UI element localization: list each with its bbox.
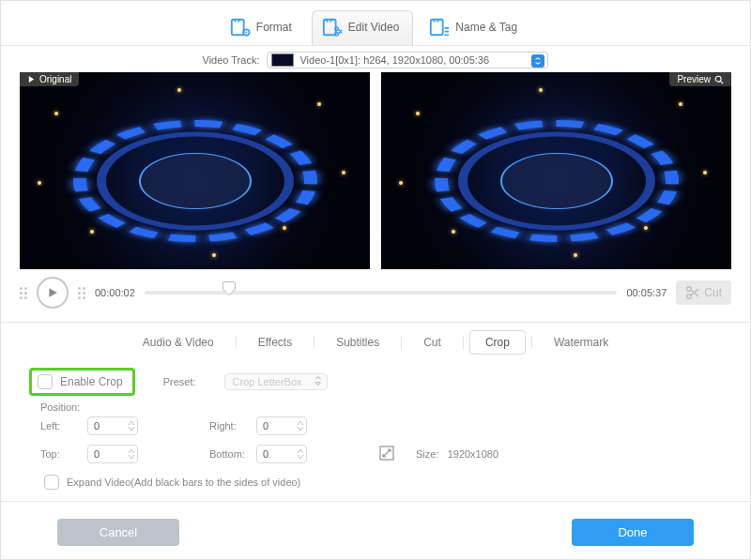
edit-video-icon bbox=[322, 17, 343, 38]
dropdown-arrow-icon bbox=[531, 54, 544, 68]
play-icon bbox=[27, 75, 36, 83]
seek-thumb[interactable] bbox=[222, 281, 236, 291]
preview-badge: Preview bbox=[669, 72, 731, 86]
subtab-subtitles-label: Subtitles bbox=[336, 336, 379, 349]
preview-badge-label: Preview bbox=[677, 74, 711, 84]
preset-value: Crop LetterBox bbox=[233, 376, 302, 387]
tab-edit-video[interactable]: Edit Video bbox=[312, 10, 414, 45]
subtab-cut-label: Cut bbox=[423, 336, 441, 349]
format-icon bbox=[230, 17, 251, 38]
chevron-updown-icon bbox=[314, 375, 323, 388]
original-video[interactable] bbox=[20, 72, 370, 269]
video-track-row: Video Track: Video-1[0x1]: h264, 1920x10… bbox=[1, 46, 750, 72]
bottom-field[interactable]: 0 bbox=[256, 445, 307, 463]
video-track-label: Video Track: bbox=[203, 54, 260, 66]
svg-point-7 bbox=[715, 76, 721, 82]
svg-point-2 bbox=[245, 32, 247, 34]
subtab-audio-video-label: Audio & Video bbox=[143, 336, 214, 349]
drag-handle-right[interactable] bbox=[78, 287, 85, 299]
drag-handle-left[interactable] bbox=[20, 287, 27, 299]
bottom-label: Bottom: bbox=[209, 448, 256, 460]
right-value: 0 bbox=[263, 420, 268, 431]
preset-select[interactable]: Crop LetterBox bbox=[224, 373, 328, 390]
expand-video-label: Expand Video(Add black bars to the sides… bbox=[67, 477, 300, 488]
subtab-audio-video[interactable]: Audio & Video bbox=[127, 330, 230, 355]
scissors-icon bbox=[685, 285, 700, 300]
cut-button[interactable]: Cut bbox=[676, 280, 731, 305]
aspect-icon[interactable] bbox=[378, 445, 416, 463]
subtab-watermark-label: Watermark bbox=[554, 336, 608, 349]
stepper-icon bbox=[297, 448, 304, 460]
crop-panel: Enable Crop Preset: Crop LetterBox Posit… bbox=[1, 358, 750, 493]
play-icon bbox=[47, 287, 58, 298]
svg-point-5 bbox=[335, 33, 339, 37]
cut-button-label: Cut bbox=[704, 286, 722, 299]
cancel-button[interactable]: Cancel bbox=[57, 519, 179, 546]
preview-pane: Preview bbox=[381, 72, 731, 269]
subtab-effects[interactable]: Effects bbox=[242, 330, 308, 355]
position-label: Position: bbox=[40, 401, 722, 413]
enable-crop-highlight: Enable Crop bbox=[29, 368, 135, 396]
preview-area: Original Preview bbox=[1, 72, 750, 269]
svg-point-8 bbox=[687, 287, 692, 292]
subtab-subtitles[interactable]: Subtitles bbox=[320, 330, 395, 355]
original-badge: Original bbox=[20, 72, 79, 86]
top-field[interactable]: 0 bbox=[87, 445, 138, 463]
original-pane: Original bbox=[20, 72, 370, 269]
main-tab-bar: Format Edit Video Name & Tag bbox=[1, 1, 750, 46]
subtab-watermark[interactable]: Watermark bbox=[538, 330, 624, 355]
preview-video[interactable] bbox=[381, 72, 731, 269]
tab-format-label: Format bbox=[256, 21, 292, 34]
edit-sub-tabs: Audio & Video Effects Subtitles Cut Crop… bbox=[1, 323, 750, 358]
subtab-crop-label: Crop bbox=[485, 336, 510, 349]
left-value: 0 bbox=[94, 420, 100, 431]
right-label: Right: bbox=[209, 420, 256, 431]
size-value: 1920x1080 bbox=[448, 448, 498, 460]
stepper-icon bbox=[128, 420, 135, 431]
top-value: 0 bbox=[94, 448, 100, 460]
left-field[interactable]: 0 bbox=[87, 416, 138, 435]
editor-window: Format Edit Video Name & Tag Video Track… bbox=[0, 0, 751, 560]
subtab-effects-label: Effects bbox=[258, 336, 292, 349]
tab-edit-video-label: Edit Video bbox=[348, 21, 400, 34]
tab-name-tag-label: Name & Tag bbox=[455, 21, 517, 34]
bottom-value: 0 bbox=[263, 448, 268, 460]
subtab-crop[interactable]: Crop bbox=[469, 330, 526, 355]
name-tag-icon bbox=[429, 17, 450, 38]
expand-video-checkbox[interactable] bbox=[44, 475, 59, 490]
done-button-label: Done bbox=[618, 525, 647, 539]
subtab-cut[interactable]: Cut bbox=[407, 330, 457, 355]
magnify-icon bbox=[714, 75, 724, 84]
video-track-select[interactable]: Video-1[0x1]: h264, 1920x1080, 00:05:36 bbox=[267, 52, 548, 68]
cancel-button-label: Cancel bbox=[100, 525, 137, 539]
left-label: Left: bbox=[40, 420, 87, 431]
seek-bar[interactable] bbox=[145, 283, 618, 302]
top-label: Top: bbox=[40, 448, 87, 460]
stepper-icon bbox=[297, 420, 304, 431]
done-button[interactable]: Done bbox=[572, 519, 694, 546]
playback-bar: 00:00:02 00:05:37 Cut bbox=[1, 269, 750, 322]
tab-format[interactable]: Format bbox=[220, 10, 306, 45]
play-button[interactable] bbox=[37, 277, 69, 309]
video-track-value: Video-1[0x1]: h264, 1920x1080, 00:05:36 bbox=[299, 54, 489, 66]
tab-name-tag[interactable]: Name & Tag bbox=[419, 10, 531, 45]
stepper-icon bbox=[128, 448, 135, 460]
svg-point-9 bbox=[687, 295, 692, 299]
right-field[interactable]: 0 bbox=[256, 416, 307, 435]
preset-label: Preset: bbox=[163, 376, 196, 387]
track-thumbnail bbox=[271, 53, 294, 67]
time-current: 00:00:02 bbox=[95, 287, 135, 298]
time-total: 00:05:37 bbox=[626, 287, 667, 298]
size-label: Size: bbox=[416, 448, 438, 460]
dialog-footer: Cancel Done bbox=[1, 502, 750, 546]
enable-crop-label: Enable Crop bbox=[60, 375, 123, 388]
enable-crop-checkbox[interactable] bbox=[38, 374, 53, 389]
original-badge-label: Original bbox=[39, 74, 71, 84]
